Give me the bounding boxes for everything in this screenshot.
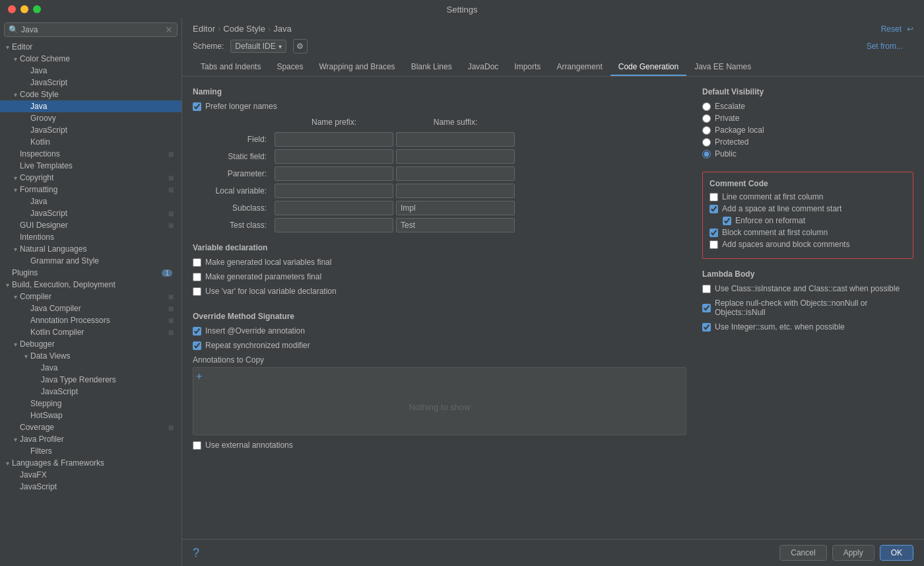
sidebar-item-editor[interactable]: ▾ Editor <box>0 41 182 53</box>
make-params-final-checkbox[interactable] <box>193 273 201 281</box>
protected-radio[interactable] <box>702 138 711 147</box>
enforce-reformat-checkbox[interactable] <box>723 217 731 225</box>
use-var-checkbox[interactable] <box>193 287 201 296</box>
sidebar-item-java-compiler[interactable]: Java Compiler ⊞ <box>0 302 182 314</box>
sidebar-item-live-templates[interactable]: Live Templates <box>0 160 182 172</box>
sidebar-item-gui-designer[interactable]: GUI Designer ⊞ <box>0 219 182 231</box>
sidebar-item-annotation-processors[interactable]: Annotation Processors ⊞ <box>0 314 182 326</box>
tab-arrangement[interactable]: Arrangement <box>548 59 610 76</box>
set-from-link[interactable]: Set from... <box>856 42 913 51</box>
help-icon[interactable]: ? <box>193 546 199 560</box>
local-variable-prefix-input[interactable] <box>275 184 393 198</box>
sidebar-item-debugger[interactable]: ▾ Debugger <box>0 338 182 350</box>
search-input[interactable] <box>21 25 165 34</box>
test-class-suffix-input[interactable] <box>396 218 515 232</box>
sidebar-item-javafx[interactable]: JavaFX <box>0 469 182 481</box>
minimize-button[interactable] <box>20 5 28 13</box>
replace-null-check-checkbox[interactable] <box>702 304 711 312</box>
sidebar-item-color-java[interactable]: Java <box>0 65 182 77</box>
static-field-prefix-input[interactable] <box>275 149 393 164</box>
sidebar-item-data-java[interactable]: Java <box>0 362 182 374</box>
sidebar-item-data-javascript[interactable]: JavaScript <box>0 386 182 398</box>
escalate-row: Escalate <box>702 102 913 111</box>
tab-imports[interactable]: Imports <box>506 59 548 76</box>
sidebar-item-formatting-java[interactable]: Java <box>0 195 182 207</box>
use-class-isinstance-checkbox[interactable] <box>702 285 711 293</box>
tab-code-generation[interactable]: Code Generation <box>610 59 686 76</box>
tab-spaces[interactable]: Spaces <box>269 59 311 76</box>
sidebar-item-kotlin-compiler[interactable]: Kotlin Compiler ⊞ <box>0 326 182 338</box>
add-space-line-comment-checkbox[interactable] <box>710 205 718 213</box>
sidebar-item-java-profiler[interactable]: ▾ Java Profiler <box>0 433 182 445</box>
sidebar-item-code-javascript[interactable]: JavaScript <box>0 124 182 136</box>
sidebar-item-lang-javascript[interactable]: JavaScript <box>0 481 182 493</box>
reset-button[interactable]: Reset ↩ <box>881 24 913 34</box>
add-spaces-block-comments-checkbox[interactable] <box>710 240 718 249</box>
parameter-prefix-input[interactable] <box>275 166 393 181</box>
use-external-annotations-checkbox[interactable] <box>193 441 201 450</box>
parameter-suffix-input[interactable] <box>396 166 515 181</box>
sidebar-item-inspections[interactable]: Inspections ⊞ <box>0 148 182 160</box>
tab-blank-lines[interactable]: Blank Lines <box>403 59 460 76</box>
test-class-prefix-input[interactable] <box>275 218 393 232</box>
field-suffix-input[interactable] <box>396 132 515 147</box>
sidebar-item-languages-frameworks[interactable]: ▾ Languages & Frameworks <box>0 457 182 469</box>
tab-tabs-indents[interactable]: Tabs and Indents <box>193 59 269 76</box>
sidebar-item-filters[interactable]: Filters <box>0 445 182 457</box>
local-variable-suffix-input[interactable] <box>396 184 515 198</box>
sidebar-item-natural-languages[interactable]: ▾ Natural Languages <box>0 243 182 255</box>
sidebar-item-compiler[interactable]: ▾ Compiler ⊞ <box>0 291 182 302</box>
sidebar-item-java-type-renderers[interactable]: Java Type Renderers <box>0 374 182 386</box>
insert-override-label: Insert @Override annotation <box>205 326 305 336</box>
sidebar-item-copyright[interactable]: ▾ Copyright ⊞ <box>0 172 182 184</box>
sidebar-item-plugins[interactable]: Plugins 1 <box>0 267 182 279</box>
sidebar-item-formatting-javascript[interactable]: JavaScript ⊞ <box>0 207 182 219</box>
sidebar-item-color-scheme[interactable]: ▾ Color Scheme <box>0 53 182 65</box>
use-integer-sum-checkbox[interactable] <box>702 323 711 332</box>
tab-wrapping[interactable]: Wrapping and Braces <box>311 59 403 76</box>
sidebar-item-grammar-style[interactable]: Grammar and Style <box>0 255 182 267</box>
package-local-radio[interactable] <box>702 126 711 135</box>
close-button[interactable] <box>8 5 16 13</box>
cancel-button[interactable]: Cancel <box>779 545 826 561</box>
block-comment-first-col-checkbox[interactable] <box>710 229 718 237</box>
sidebar-item-kotlin[interactable]: Kotlin <box>0 136 182 148</box>
sidebar-item-intentions[interactable]: Intentions <box>0 231 182 243</box>
make-local-final-checkbox[interactable] <box>193 258 201 267</box>
field-prefix-input[interactable] <box>275 132 393 147</box>
escalate-radio[interactable] <box>702 102 711 111</box>
repeat-synchronized-checkbox[interactable] <box>193 341 201 350</box>
sidebar-item-stepping[interactable]: Stepping <box>0 398 182 409</box>
prefer-longer-names-checkbox[interactable] <box>193 102 201 111</box>
scheme-select[interactable]: Default IDE ▾ <box>230 40 286 53</box>
breadcrumb-code-style[interactable]: Code Style <box>223 24 265 34</box>
subclass-prefix-input[interactable] <box>275 201 393 215</box>
tab-java-ee-names[interactable]: Java EE Names <box>686 59 759 76</box>
sidebar-item-color-javascript[interactable]: JavaScript <box>0 77 182 88</box>
sidebar-item-data-views[interactable]: ▾ Data Views <box>0 350 182 362</box>
sidebar-item-build-exec-deploy[interactable]: ▾ Build, Execution, Deployment <box>0 279 182 291</box>
add-annotation-button[interactable]: + <box>196 371 202 382</box>
sidebar-item-coverage[interactable]: Coverage ⊞ <box>0 421 182 433</box>
sidebar-item-java[interactable]: Java <box>0 100 182 112</box>
search-box[interactable]: 🔍 ✕ <box>4 22 178 37</box>
maximize-button[interactable] <box>33 5 41 13</box>
search-clear-icon[interactable]: ✕ <box>165 24 173 35</box>
apply-button[interactable]: Apply <box>832 545 874 561</box>
insert-override-checkbox[interactable] <box>193 327 201 336</box>
private-radio[interactable] <box>702 114 711 123</box>
sidebar-scroll[interactable]: ▾ Editor ▾ Color Scheme Java JavaScript … <box>0 41 182 566</box>
name-suffix-header: Name suffix: <box>396 116 515 129</box>
sidebar-item-hotswap[interactable]: HotSwap <box>0 409 182 421</box>
tab-javadoc[interactable]: JavaDoc <box>460 59 507 76</box>
public-radio[interactable] <box>702 150 711 159</box>
line-comment-first-col-checkbox[interactable] <box>710 193 718 201</box>
sidebar-item-formatting[interactable]: ▾ Formatting ⊞ <box>0 184 182 195</box>
subclass-suffix-input[interactable] <box>396 201 515 215</box>
ok-button[interactable]: OK <box>880 545 913 561</box>
sidebar-item-code-style[interactable]: ▾ Code Style <box>0 88 182 100</box>
scheme-gear-button[interactable]: ⚙ <box>293 39 308 53</box>
sidebar-item-groovy[interactable]: Groovy <box>0 112 182 124</box>
breadcrumb-editor[interactable]: Editor <box>193 24 215 34</box>
static-field-suffix-input[interactable] <box>396 149 515 164</box>
